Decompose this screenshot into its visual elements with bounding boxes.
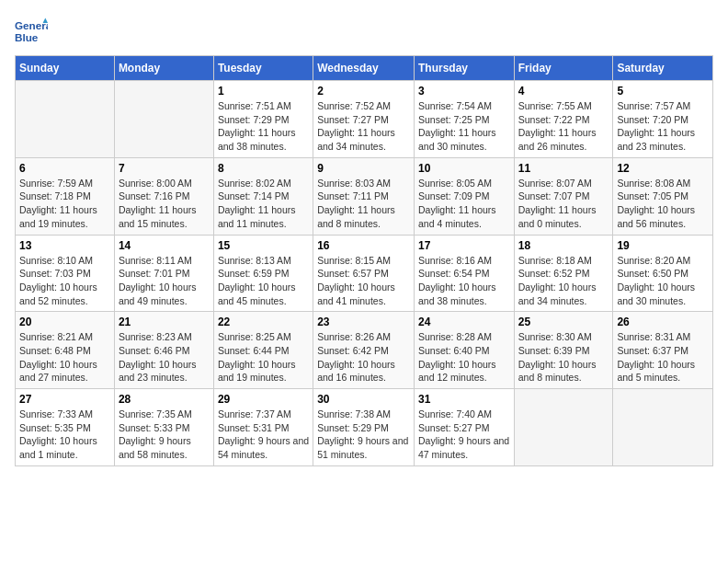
calendar-cell: 7Sunrise: 8:00 AMSunset: 7:16 PMDaylight… (114, 157, 213, 235)
week-row-1: 6Sunrise: 7:59 AMSunset: 7:18 PMDaylight… (16, 157, 713, 235)
day-number: 19 (617, 239, 709, 252)
day-number: 27 (19, 393, 110, 406)
day-info: Sunrise: 8:13 AMSunset: 6:59 PMDaylight:… (218, 254, 309, 308)
weekday-header-saturday: Saturday (613, 56, 713, 81)
day-number: 12 (617, 162, 709, 175)
day-info: Sunrise: 8:18 AMSunset: 6:52 PMDaylight:… (518, 254, 609, 308)
weekday-header-sunday: Sunday (16, 56, 115, 81)
day-info: Sunrise: 8:07 AMSunset: 7:07 PMDaylight:… (518, 177, 609, 231)
calendar-cell: 26Sunrise: 8:31 AMSunset: 6:37 PMDayligh… (613, 312, 713, 389)
day-info: Sunrise: 8:02 AMSunset: 7:14 PMDaylight:… (218, 177, 309, 231)
calendar-cell: 16Sunrise: 8:15 AMSunset: 6:57 PMDayligh… (313, 235, 415, 312)
calendar-cell: 29Sunrise: 7:37 AMSunset: 5:31 PMDayligh… (213, 389, 313, 466)
day-number: 29 (218, 393, 309, 406)
weekday-header-wednesday: Wednesday (313, 56, 415, 81)
day-number: 25 (518, 316, 609, 328)
calendar-cell (16, 81, 115, 158)
day-info: Sunrise: 7:38 AMSunset: 5:29 PMDaylight:… (317, 408, 410, 462)
calendar-cell: 22Sunrise: 8:25 AMSunset: 6:44 PMDayligh… (213, 312, 313, 389)
day-number: 23 (317, 316, 410, 328)
week-row-2: 13Sunrise: 8:10 AMSunset: 7:03 PMDayligh… (16, 235, 713, 312)
day-number: 31 (418, 393, 510, 406)
day-info: Sunrise: 7:52 AMSunset: 7:27 PMDaylight:… (317, 99, 410, 154)
calendar-cell: 4Sunrise: 7:55 AMSunset: 7:22 PMDaylight… (514, 81, 613, 158)
day-number: 26 (617, 316, 709, 328)
calendar-cell (114, 81, 213, 158)
day-number: 17 (418, 239, 510, 252)
calendar: SundayMondayTuesdayWednesdayThursdayFrid… (15, 55, 713, 466)
calendar-cell: 5Sunrise: 7:57 AMSunset: 7:20 PMDaylight… (613, 81, 713, 158)
calendar-cell: 30Sunrise: 7:38 AMSunset: 5:29 PMDayligh… (313, 389, 415, 466)
day-number: 28 (119, 393, 210, 406)
calendar-cell: 6Sunrise: 7:59 AMSunset: 7:18 PMDaylight… (16, 157, 115, 235)
day-number: 10 (418, 162, 510, 175)
svg-text:General: General (15, 19, 48, 31)
day-number: 3 (418, 85, 510, 98)
day-number: 24 (418, 316, 510, 328)
day-number: 2 (317, 85, 410, 98)
day-info: Sunrise: 8:25 AMSunset: 6:44 PMDaylight:… (218, 330, 309, 385)
calendar-cell: 24Sunrise: 8:28 AMSunset: 6:40 PMDayligh… (414, 312, 514, 389)
day-number: 11 (518, 162, 609, 175)
day-info: Sunrise: 8:31 AMSunset: 6:37 PMDaylight:… (617, 330, 709, 385)
day-info: Sunrise: 8:30 AMSunset: 6:39 PMDaylight:… (518, 330, 609, 385)
day-info: Sunrise: 8:21 AMSunset: 6:48 PMDaylight:… (19, 330, 110, 385)
calendar-cell: 8Sunrise: 8:02 AMSunset: 7:14 PMDaylight… (213, 157, 313, 235)
calendar-cell: 27Sunrise: 7:33 AMSunset: 5:35 PMDayligh… (16, 389, 115, 466)
calendar-cell: 2Sunrise: 7:52 AMSunset: 7:27 PMDaylight… (313, 81, 415, 158)
day-number: 20 (19, 316, 110, 328)
day-number: 14 (119, 239, 210, 252)
day-info: Sunrise: 7:57 AMSunset: 7:20 PMDaylight:… (617, 99, 709, 154)
day-info: Sunrise: 8:26 AMSunset: 6:42 PMDaylight:… (317, 330, 410, 385)
day-number: 5 (617, 85, 709, 98)
day-number: 7 (119, 162, 210, 175)
day-info: Sunrise: 7:51 AMSunset: 7:29 PMDaylight:… (218, 99, 309, 154)
calendar-cell: 31Sunrise: 7:40 AMSunset: 5:27 PMDayligh… (414, 389, 514, 466)
calendar-cell (613, 389, 713, 466)
calendar-cell: 13Sunrise: 8:10 AMSunset: 7:03 PMDayligh… (16, 235, 115, 312)
day-number: 22 (218, 316, 309, 328)
weekday-header-monday: Monday (114, 56, 213, 81)
calendar-cell: 23Sunrise: 8:26 AMSunset: 6:42 PMDayligh… (313, 312, 415, 389)
day-info: Sunrise: 8:16 AMSunset: 6:54 PMDaylight:… (418, 254, 510, 308)
calendar-cell: 25Sunrise: 8:30 AMSunset: 6:39 PMDayligh… (514, 312, 613, 389)
day-number: 18 (518, 239, 609, 252)
logo: General Blue (15, 15, 50, 48)
calendar-cell: 14Sunrise: 8:11 AMSunset: 7:01 PMDayligh… (114, 235, 213, 312)
weekday-header-thursday: Thursday (414, 56, 514, 81)
calendar-cell: 9Sunrise: 8:03 AMSunset: 7:11 PMDaylight… (313, 157, 415, 235)
weekday-header-tuesday: Tuesday (213, 56, 313, 81)
calendar-cell: 10Sunrise: 8:05 AMSunset: 7:09 PMDayligh… (414, 157, 514, 235)
week-row-0: 1Sunrise: 7:51 AMSunset: 7:29 PMDaylight… (16, 81, 713, 158)
day-info: Sunrise: 8:10 AMSunset: 7:03 PMDaylight:… (19, 254, 110, 308)
day-info: Sunrise: 7:35 AMSunset: 5:33 PMDaylight:… (119, 408, 210, 462)
calendar-cell: 18Sunrise: 8:18 AMSunset: 6:52 PMDayligh… (514, 235, 613, 312)
day-info: Sunrise: 7:33 AMSunset: 5:35 PMDaylight:… (19, 408, 110, 462)
day-info: Sunrise: 8:08 AMSunset: 7:05 PMDaylight:… (617, 177, 709, 231)
day-info: Sunrise: 8:28 AMSunset: 6:40 PMDaylight:… (418, 330, 510, 385)
calendar-cell: 17Sunrise: 8:16 AMSunset: 6:54 PMDayligh… (414, 235, 514, 312)
week-row-4: 27Sunrise: 7:33 AMSunset: 5:35 PMDayligh… (16, 389, 713, 466)
day-number: 8 (218, 162, 309, 175)
day-info: Sunrise: 8:05 AMSunset: 7:09 PMDaylight:… (418, 177, 510, 231)
day-number: 21 (119, 316, 210, 328)
day-number: 13 (19, 239, 110, 252)
calendar-cell: 21Sunrise: 8:23 AMSunset: 6:46 PMDayligh… (114, 312, 213, 389)
calendar-cell (514, 389, 613, 466)
calendar-cell: 20Sunrise: 8:21 AMSunset: 6:48 PMDayligh… (16, 312, 115, 389)
calendar-cell: 28Sunrise: 7:35 AMSunset: 5:33 PMDayligh… (114, 389, 213, 466)
day-number: 15 (218, 239, 309, 252)
day-number: 16 (317, 239, 410, 252)
week-row-3: 20Sunrise: 8:21 AMSunset: 6:48 PMDayligh… (16, 312, 713, 389)
day-info: Sunrise: 8:11 AMSunset: 7:01 PMDaylight:… (119, 254, 210, 308)
day-info: Sunrise: 7:59 AMSunset: 7:18 PMDaylight:… (19, 177, 110, 231)
calendar-cell: 12Sunrise: 8:08 AMSunset: 7:05 PMDayligh… (613, 157, 713, 235)
day-number: 6 (19, 162, 110, 175)
svg-text:Blue: Blue (15, 31, 39, 43)
day-info: Sunrise: 8:00 AMSunset: 7:16 PMDaylight:… (119, 177, 210, 231)
day-number: 9 (317, 162, 410, 175)
weekday-header-friday: Friday (514, 56, 613, 81)
day-info: Sunrise: 8:03 AMSunset: 7:11 PMDaylight:… (317, 177, 410, 231)
calendar-cell: 15Sunrise: 8:13 AMSunset: 6:59 PMDayligh… (213, 235, 313, 312)
calendar-cell: 1Sunrise: 7:51 AMSunset: 7:29 PMDaylight… (213, 81, 313, 158)
